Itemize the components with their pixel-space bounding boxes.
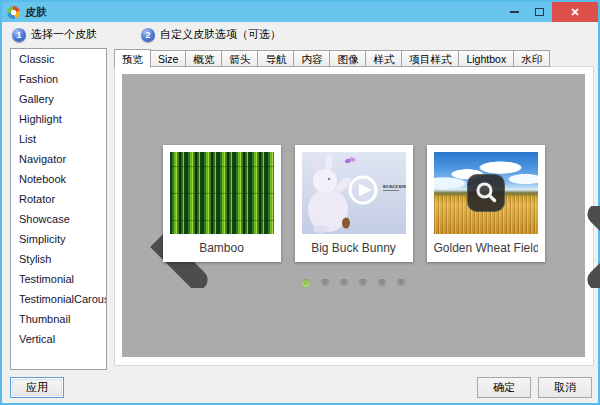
pagination-dot-3[interactable]: [359, 279, 367, 287]
skin-item-testimonial[interactable]: Testimonial: [11, 269, 106, 289]
play-icon[interactable]: [350, 177, 376, 203]
step-2-header: 2 自定义皮肤选项（可选）: [141, 27, 281, 42]
skin-list: ClassicFashionGalleryHighlightListNaviga…: [10, 48, 107, 370]
close-button[interactable]: ✕: [552, 2, 598, 22]
skin-item-stylish[interactable]: Stylish: [11, 249, 106, 269]
step-1-badge: 1: [12, 28, 26, 42]
skin-item-thumbnail[interactable]: Thumbnail: [11, 309, 106, 329]
skin-item-showcase[interactable]: Showcase: [11, 209, 106, 229]
skin-item-highlight[interactable]: Highlight: [11, 109, 106, 129]
ok-button[interactable]: 确定: [477, 377, 531, 398]
tab-strip: 预览Size概览箭头导航内容图像样式项目样式Lightbox水印: [114, 48, 549, 67]
tab-6[interactable]: 图像: [329, 50, 366, 67]
skin-item-navigator[interactable]: Navigator: [11, 149, 106, 169]
wheat-thumbnail: [434, 152, 538, 234]
minimize-button[interactable]: [502, 2, 527, 22]
tab-1[interactable]: Size: [150, 50, 186, 67]
skin-item-testimonialcarousel[interactable]: TestimonialCarousel: [11, 289, 106, 309]
tab-2[interactable]: 概览: [185, 50, 222, 67]
tab-4[interactable]: 导航: [257, 50, 294, 67]
slide-caption: Big Buck Bunny: [302, 234, 406, 262]
skin-item-simplicity[interactable]: Simplicity: [11, 229, 106, 249]
step-2-label: 自定义皮肤选项（可选）: [160, 27, 281, 42]
tab-9[interactable]: Lightbox: [458, 50, 514, 67]
cancel-button[interactable]: 取消: [538, 377, 592, 398]
apply-button[interactable]: 应用: [10, 377, 64, 398]
app-icon: [7, 6, 20, 19]
tab-3[interactable]: 箭头: [221, 50, 258, 67]
skin-item-gallery[interactable]: Gallery: [11, 89, 106, 109]
skin-item-rotator[interactable]: Rotator: [11, 189, 106, 209]
bamboo-thumbnail: [170, 152, 274, 234]
title-bar: 皮肤 ✕: [2, 2, 598, 22]
tab-5[interactable]: 内容: [293, 50, 330, 67]
video-thumbnail: BIG BUCK BUNNY: [302, 152, 406, 234]
preview-area: Bamboo: [122, 74, 585, 357]
pagination-dot-0[interactable]: [302, 279, 310, 287]
maximize-button[interactable]: [527, 2, 552, 22]
slide-card-video[interactable]: BIG BUCK BUNNY Big Buck Bunny: [295, 145, 413, 262]
maximize-icon: [535, 8, 544, 16]
slide-caption: Golden Wheat Field: [434, 234, 538, 262]
step-1-label: 选择一个皮肤: [31, 27, 97, 42]
pagination-dot-2[interactable]: [340, 279, 348, 287]
step-2-badge: 2: [141, 28, 155, 42]
carousel-stage: Bamboo: [122, 74, 585, 357]
pagination-dot-5[interactable]: [397, 279, 405, 287]
tab-8[interactable]: 项目样式: [401, 50, 459, 67]
step-headers: 1 选择一个皮肤 2 自定义皮肤选项（可选）: [2, 23, 598, 46]
tab-0[interactable]: 预览: [114, 49, 151, 68]
pagination-dots: [302, 279, 405, 287]
window-title: 皮肤: [25, 5, 47, 20]
window-controls: ✕: [502, 2, 598, 22]
tab-7[interactable]: 样式: [365, 50, 402, 67]
skin-item-list[interactable]: List: [11, 129, 106, 149]
video-title-overlay: BIG BUCK BUNNY: [383, 185, 406, 189]
tab-10[interactable]: 水印: [513, 50, 550, 67]
pagination-dot-4[interactable]: [378, 279, 386, 287]
magnifier-icon: [473, 180, 499, 206]
step-1-header: 1 选择一个皮肤: [12, 27, 97, 42]
pagination-dot-1[interactable]: [321, 279, 329, 287]
skin-item-fashion[interactable]: Fashion: [11, 69, 106, 89]
skin-dialog: 皮肤 ✕ 1 选择一个皮肤 2 自定义皮肤选项（可选） ClassicFashi…: [0, 0, 600, 405]
slide-card-bamboo[interactable]: Bamboo: [163, 145, 281, 262]
slide-caption: Bamboo: [170, 234, 274, 262]
minimize-icon: [510, 11, 519, 13]
skin-item-classic[interactable]: Classic: [11, 49, 106, 69]
bunny-illustration: BIG BUCK BUNNY: [302, 152, 406, 234]
tab-panel: Bamboo: [114, 66, 594, 366]
skin-item-vertical[interactable]: Vertical: [11, 329, 106, 349]
skin-item-notebook[interactable]: Notebook: [11, 169, 106, 189]
slide-card-wheat[interactable]: Golden Wheat Field: [427, 145, 545, 262]
zoom-badge[interactable]: [467, 174, 505, 212]
carousel-cards: Bamboo: [163, 145, 545, 262]
